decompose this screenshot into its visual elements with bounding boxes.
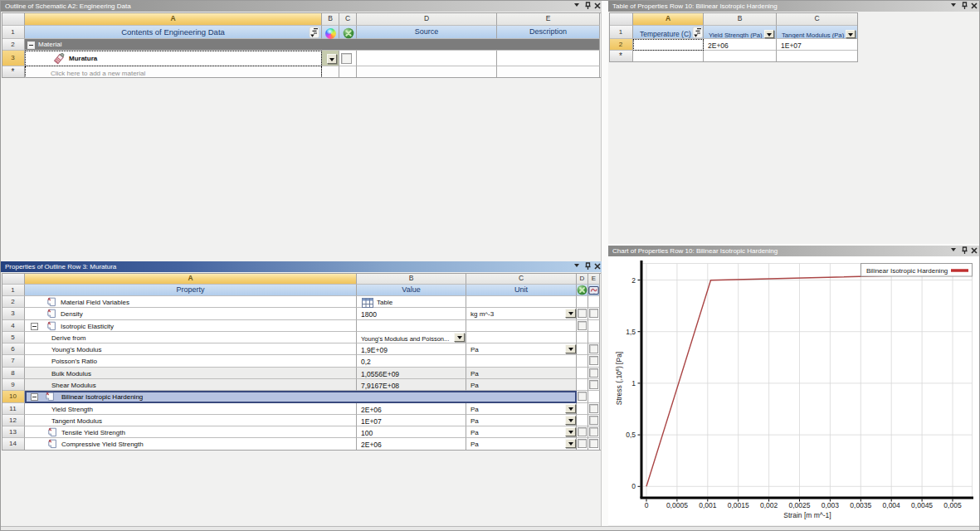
svg-text:Stress (,106) [Pa]: Stress (,106) [Pa]: [615, 352, 623, 405]
svg-text:Bilinear Isotropic Hardening: Bilinear Isotropic Hardening: [866, 267, 948, 275]
svg-text:1: 1: [631, 379, 636, 387]
svg-text:0,003: 0,003: [822, 501, 840, 509]
svg-text:0,001: 0,001: [699, 501, 717, 509]
svg-text:0,0045: 0,0045: [911, 501, 933, 509]
svg-text:0,005: 0,005: [943, 501, 962, 509]
svg-text:1,5: 1,5: [626, 328, 636, 336]
svg-text:0,0025: 0,0025: [789, 501, 811, 509]
svg-text:Strain [m m^-1]: Strain [m m^-1]: [783, 511, 831, 519]
svg-text:0,5: 0,5: [626, 431, 636, 439]
svg-text:2: 2: [631, 276, 636, 285]
svg-text:0: 0: [645, 501, 649, 509]
svg-text:0,002: 0,002: [760, 501, 778, 509]
svg-text:0,004: 0,004: [883, 501, 901, 509]
svg-text:0,0035: 0,0035: [850, 501, 871, 509]
svg-text:0,0015: 0,0015: [728, 501, 749, 509]
svg-text:0: 0: [631, 482, 636, 490]
svg-text:0,0005: 0,0005: [666, 501, 688, 509]
